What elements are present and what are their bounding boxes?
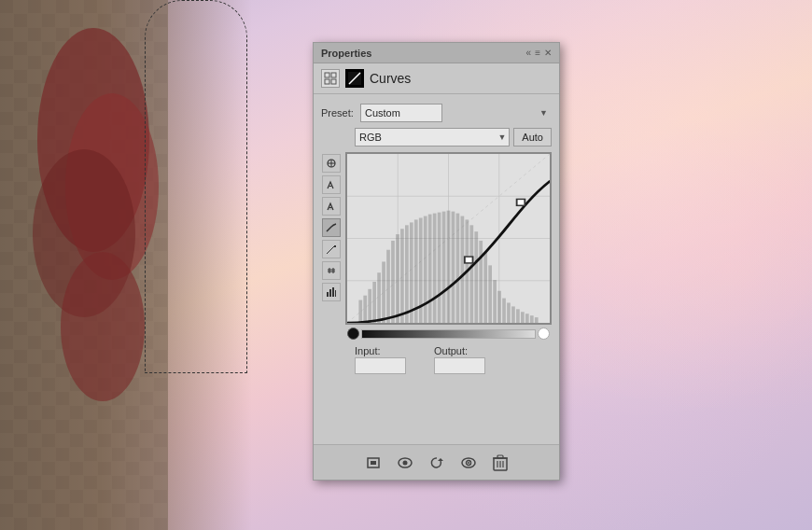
eye-active-button[interactable]: [458, 453, 479, 473]
panel-titlebar: Properties « ≡ ✕: [314, 43, 559, 63]
clip-to-layer-button[interactable]: [363, 453, 384, 473]
panel-footer: [314, 444, 559, 480]
svg-rect-70: [525, 314, 529, 323]
panel-scroll-area[interactable]: Preset: Custom Default Strong Contrast L…: [314, 94, 559, 444]
svg-rect-65: [502, 299, 506, 323]
svg-rect-69: [521, 312, 525, 323]
black-point-tool-button[interactable]: [322, 197, 341, 216]
curve-section: [314, 152, 559, 340]
svg-point-7: [61, 252, 145, 401]
curves-header: Curves: [314, 63, 559, 94]
preset-label: Preset:: [321, 107, 355, 119]
svg-rect-23: [327, 292, 329, 297]
input-value[interactable]: [355, 357, 406, 374]
white-point-tool-button[interactable]: [322, 175, 341, 194]
smooth-tool-button[interactable]: [322, 261, 341, 280]
auto-button[interactable]: Auto: [513, 128, 552, 146]
curves-title: Curves: [370, 71, 411, 86]
svg-rect-60: [479, 241, 483, 323]
white-point-indicator[interactable]: [538, 328, 550, 340]
svg-rect-42: [396, 234, 399, 323]
reset-button[interactable]: [427, 453, 447, 473]
svg-rect-51: [438, 213, 441, 323]
collapse-button[interactable]: «: [526, 48, 532, 58]
curve-point-tool-button[interactable]: [322, 218, 341, 237]
svg-rect-61: [483, 253, 487, 323]
panel-controls: « ≡ ✕: [526, 48, 552, 58]
eyedropper-tool-button[interactable]: [322, 154, 341, 173]
svg-rect-26: [335, 290, 336, 297]
panel-menu-button[interactable]: ≡: [535, 48, 540, 58]
preset-select[interactable]: Custom Default Strong Contrast Linear Co…: [360, 104, 442, 122]
svg-rect-48: [424, 216, 427, 323]
svg-point-78: [402, 460, 407, 465]
preset-select-wrap: Custom Default Strong Contrast Linear Co…: [360, 104, 552, 122]
output-label: Output:: [434, 345, 468, 356]
svg-rect-36: [368, 289, 371, 323]
preset-chevron-icon: ▼: [539, 108, 548, 118]
delete-button[interactable]: [490, 453, 511, 473]
svg-rect-53: [447, 211, 451, 323]
tower-svg: [0, 0, 205, 530]
close-button[interactable]: ✕: [544, 48, 552, 58]
preset-row: Preset: Custom Default Strong Contrast L…: [314, 102, 559, 128]
tower-background: [0, 0, 252, 530]
svg-rect-59: [474, 231, 478, 323]
svg-rect-8: [325, 73, 329, 77]
curve-graph-wrap: [345, 152, 552, 340]
svg-rect-52: [442, 212, 446, 323]
svg-rect-64: [497, 291, 501, 323]
svg-point-82: [468, 462, 469, 464]
svg-rect-74: [517, 199, 525, 205]
adjustment-layer-icon: [345, 69, 364, 88]
svg-rect-56: [461, 216, 465, 323]
gradient-bar: [361, 329, 536, 339]
svg-rect-68: [516, 309, 520, 323]
curve-graph[interactable]: [345, 152, 552, 325]
svg-rect-49: [428, 215, 432, 323]
svg-rect-44: [405, 225, 409, 323]
panel-title: Properties: [321, 48, 371, 59]
svg-rect-25: [332, 287, 334, 297]
svg-rect-9: [331, 73, 336, 77]
svg-rect-10: [325, 79, 329, 84]
pencil-draw-tool-button[interactable]: [322, 240, 341, 258]
channel-select-wrap: RGB Red Green Blue ▼: [355, 128, 510, 146]
svg-rect-35: [363, 296, 367, 323]
curves-adj-icon: [348, 72, 361, 85]
output-value[interactable]: [434, 357, 485, 374]
svg-rect-40: [386, 250, 390, 323]
svg-rect-38: [377, 272, 381, 323]
visibility-button[interactable]: [395, 453, 415, 473]
svg-rect-58: [469, 225, 473, 323]
svg-marker-79: [438, 458, 443, 461]
svg-rect-85: [497, 455, 503, 458]
svg-rect-62: [488, 265, 492, 323]
svg-rect-54: [452, 212, 455, 323]
svg-rect-76: [371, 461, 376, 465]
grid-icon: [324, 72, 337, 85]
svg-rect-63: [493, 280, 497, 323]
tools-sidebar: [321, 152, 342, 340]
svg-line-18: [327, 253, 328, 254]
svg-rect-50: [433, 214, 437, 323]
histogram-view-button[interactable]: [322, 283, 341, 301]
svg-rect-11: [331, 79, 336, 84]
io-row: Input: Output:: [314, 340, 559, 378]
svg-rect-73: [465, 257, 473, 263]
svg-rect-37: [372, 282, 376, 323]
input-field-wrap: Input:: [355, 345, 406, 374]
input-label: Input:: [355, 345, 381, 356]
output-field-wrap: Output:: [434, 345, 485, 374]
svg-rect-71: [530, 315, 534, 323]
svg-rect-55: [456, 214, 460, 323]
svg-rect-43: [400, 229, 404, 323]
svg-rect-72: [535, 317, 539, 323]
adjustment-icon-box: [321, 69, 340, 88]
black-point-indicator[interactable]: [347, 328, 359, 340]
svg-rect-24: [329, 289, 331, 297]
curves-svg: [347, 154, 550, 323]
svg-rect-66: [507, 302, 511, 323]
svg-rect-67: [511, 306, 515, 323]
channel-select[interactable]: RGB Red Green Blue: [355, 128, 510, 146]
